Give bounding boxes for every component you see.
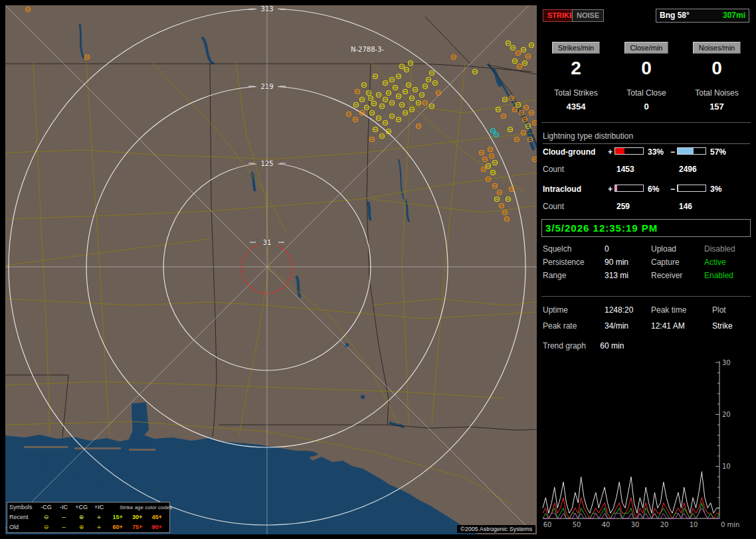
intracloud-count-row: Count 259 146 [541, 202, 751, 212]
plot-label: Plot [712, 305, 726, 315]
age-90: 90+ [148, 522, 166, 532]
range-label: Range [543, 271, 566, 280]
strikes-per-min-button[interactable]: Strikes/min [552, 42, 600, 54]
ring-label-31: 31 [263, 239, 272, 246]
y-tick-10: 10 [722, 463, 731, 470]
minus-sign: − [670, 147, 675, 157]
legend-recent-row: Recent ⊖ − ⊕ + 15+ 30+ 45+ [7, 512, 169, 522]
status-panel: STRIKE NOISE Bng 58° 307mi Strikes/min 2… [541, 5, 751, 534]
upload-label: Upload [651, 244, 676, 254]
minus-sign: − [670, 185, 675, 194]
trend-window-value: 60 min [600, 341, 624, 350]
legend-recent-label: Recent [7, 512, 37, 522]
close-per-min-button[interactable]: Close/min [624, 42, 669, 54]
settings-row-persistence: Persistence 90 min Capture Active [541, 258, 751, 270]
x-tick-40: 40 [602, 521, 611, 528]
age-60: 60+ [109, 522, 127, 532]
peak-rate-value: 34/min [605, 321, 628, 331]
pos-cg-recent-icon: ⊕ [74, 512, 90, 522]
noises-per-min-column: Noises/min 0 [684, 42, 750, 79]
squelch-label: Squelch [543, 244, 571, 254]
bearing-box: Bng 58° 307mi [656, 9, 749, 23]
pos-cg-old-icon: ⊕ [74, 522, 90, 532]
peak-rate-label: Peak rate [543, 321, 577, 331]
cloud-ground-label: Cloud-ground [543, 147, 595, 157]
cg-minus-count: 2496 [679, 165, 697, 174]
settings-row-range: Range 313 mi Receiver Enabled [541, 271, 751, 283]
strikes-per-min-value: 2 [543, 58, 609, 79]
lightning-map[interactable]: 313 219 125 31 N-2788-3- Symbols -CG -IC… [5, 5, 537, 534]
legend-col-pos-cg: +CG [74, 502, 90, 512]
ring-label-313: 313 [260, 5, 273, 13]
trend-graph-label: Trend graph [543, 341, 586, 350]
total-noises-value: 157 [684, 102, 750, 112]
trend-graph: 30 20 10 60 50 40 30 20 10 0 min [541, 356, 751, 532]
capture-status: Active [704, 258, 726, 267]
total-noises-label: Total Noises [684, 88, 750, 98]
ic-minus-pct: 3% [710, 185, 721, 194]
receiver-label: Receiver [651, 271, 682, 280]
age-30: 30+ [128, 512, 146, 522]
legend-col-neg-cg: -CG [39, 502, 54, 512]
uptime-value: 1248:20 [605, 305, 633, 315]
close-per-min-value: 0 [613, 58, 680, 79]
neg-cg-old-icon: ⊖ [39, 522, 54, 532]
trend-graph-label-row: Trend graph 60 min [543, 341, 624, 350]
separator [541, 122, 751, 123]
neg-ic-old-icon: − [56, 522, 72, 532]
plus-sign: + [608, 147, 613, 157]
legend-col-neg-ic: -IC [56, 502, 72, 512]
age-75: 75+ [128, 522, 146, 532]
stats-row-1: Uptime 1248:20 Peak time Plot [541, 305, 751, 317]
plot-value: Strike [712, 321, 733, 331]
cg-minus-pct: 57% [710, 147, 726, 157]
persistence-label: Persistence [543, 258, 585, 267]
bearing-value: Bng 58° [660, 11, 690, 20]
neg-ic-recent-icon: − [56, 512, 72, 522]
separator [541, 296, 751, 297]
intracloud-row: Intracloud + 6% − 3% [541, 185, 751, 195]
datetime-display: 3/5/2026 12:35:19 PM [541, 219, 751, 237]
noises-per-min-value: 0 [684, 58, 750, 79]
age-15: 15+ [109, 512, 127, 522]
total-strikes-label: Total Strikes [543, 88, 609, 98]
x-tick-30: 30 [631, 521, 640, 528]
ring-label-125: 125 [260, 160, 273, 167]
settings-row-squelch: Squelch 0 Upload Disabled [541, 244, 751, 256]
legend: Symbols -CG -IC +CG +IC Strike age color… [7, 502, 170, 533]
ic-minus-count: 146 [679, 202, 692, 211]
copyright-label: ©2005 Astrogenic Systems [457, 525, 535, 533]
cg-count-label: Count [543, 165, 564, 174]
legend-age-header: Strike age color codes [109, 502, 183, 512]
total-noises-column: Total Noises 157 [684, 88, 750, 112]
cg-plus-count: 1453 [616, 165, 634, 174]
legend-old-label: Old [7, 522, 37, 532]
cg-plus-bar [614, 147, 644, 155]
peak-time-label: Peak time [651, 305, 686, 315]
x-tick-50: 50 [573, 521, 581, 528]
noise-indicator-button[interactable]: NOISE [572, 9, 604, 22]
ic-plus-bar [614, 185, 644, 192]
x-tick-10: 10 [690, 521, 698, 528]
pos-ic-recent-icon: + [91, 512, 107, 522]
ic-count-label: Count [543, 202, 564, 211]
total-close-label: Total Close [613, 88, 680, 98]
total-strikes-value: 4354 [543, 102, 609, 112]
uptime-label: Uptime [543, 305, 568, 315]
cloud-ground-count-row: Count 1453 2496 [541, 165, 751, 175]
noises-per-min-button[interactable]: Noises/min [693, 42, 741, 54]
ic-plus-pct: 6% [648, 185, 659, 194]
total-strikes-column: Total Strikes 4354 [543, 88, 609, 112]
upload-status: Disabled [704, 244, 735, 254]
peak-time-value: 12:41 AM [651, 321, 685, 331]
total-close-value: 0 [613, 102, 680, 112]
legend-header-row: Symbols -CG -IC +CG +IC Strike age color… [7, 502, 169, 512]
track-label: N-2788-3- [351, 46, 385, 53]
capture-label: Capture [651, 258, 680, 267]
trend-graph-svg: 30 20 10 60 50 40 30 20 10 0 min [541, 356, 751, 532]
plus-sign: + [608, 185, 613, 194]
cg-plus-pct: 33% [648, 147, 664, 157]
total-close-column: Total Close 0 [613, 88, 680, 112]
distance-value: 307mi [723, 9, 745, 22]
y-tick-20: 20 [722, 411, 731, 418]
